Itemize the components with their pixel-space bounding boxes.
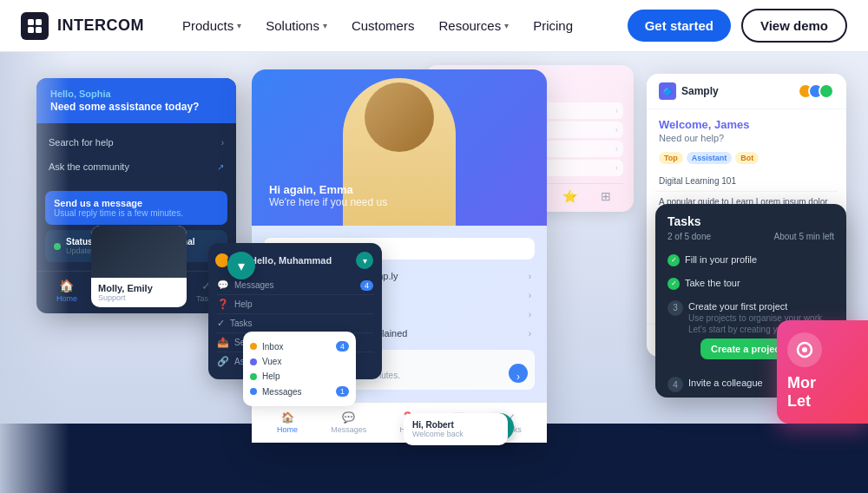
task-0-check-icon: ✓	[667, 254, 680, 266]
send-msg-title: Send us a message	[54, 198, 219, 208]
task-2-num: 3	[667, 300, 683, 316]
tag-row: Top Assistant Bot	[647, 152, 846, 171]
panel-small-inbox: Inbox 4 Vuex Help Messages 1	[243, 332, 356, 406]
tag-bot: Bot	[735, 152, 759, 164]
pink-logo-icon	[787, 332, 822, 367]
person-sub: Support	[98, 293, 180, 302]
star-bottom-icon[interactable]: ⭐	[562, 189, 577, 203]
welcome-section: Welcome, James Need our help?	[647, 109, 846, 152]
bubble-messages-icon: 💬	[217, 279, 229, 291]
inbox-label-0: Inbox	[262, 342, 283, 352]
float-button-down[interactable]: ▾	[227, 252, 255, 279]
hero-section: Hello, Sophia Need some assistance today…	[0, 52, 868, 493]
task-0-text: Fill in your profile	[685, 253, 757, 266]
inbox-badge-0: 4	[336, 341, 349, 352]
task-1-check-icon: ✓	[667, 278, 680, 290]
svg-point-5	[802, 347, 807, 352]
center-tab-home[interactable]: 🏠 Home	[277, 411, 298, 434]
person-name: Molly, Emily	[98, 283, 180, 293]
list-arrow-1-icon: ›	[529, 291, 531, 300]
qa-gs-arrow-icon: ›	[615, 144, 618, 154]
list-arrow-2-icon: ›	[529, 310, 531, 319]
bubble-down-button[interactable]: ▾	[356, 252, 373, 269]
solutions-chevron-icon: ▾	[323, 21, 327, 30]
pink-morning-text: Mor Let	[787, 374, 858, 411]
person-image	[91, 226, 187, 278]
mockup-container: Hello, Sophia Need some assistance today…	[0, 52, 868, 493]
bubble-community-icon: 🔗	[217, 356, 229, 367]
svg-rect-3	[36, 27, 42, 33]
bubble-tasks-item[interactable]: ✓ Tasks	[217, 314, 373, 333]
center-tab-messages[interactable]: 💬 Messages	[331, 411, 366, 434]
inbox-dot-2-icon	[250, 373, 257, 380]
nav-item-products[interactable]: Products ▾	[172, 11, 252, 40]
tasks-header: Tasks 2 of 5 done About 5 min left	[655, 204, 846, 248]
logo[interactable]: INTERCOM	[21, 12, 144, 40]
grid-bottom-icon[interactable]: ⊞	[601, 189, 611, 203]
bubble-send-icon: 📤	[217, 337, 229, 348]
nav-item-pricing[interactable]: Pricing	[523, 11, 583, 40]
inbox-item-2[interactable]: Help	[250, 369, 349, 384]
bubble-name: Hello, Muhammad	[250, 255, 332, 266]
products-chevron-icon: ▾	[237, 21, 241, 30]
center-send-button[interactable]: ›	[509, 364, 528, 383]
task-2-text: Create your first project	[688, 300, 834, 312]
logo-text: INTERCOM	[57, 16, 144, 35]
robert-name: Hi, Robert	[412, 420, 499, 430]
nav-item-solutions[interactable]: Solutions ▾	[255, 11, 338, 40]
greeting-need: Need some assistance today?	[50, 101, 222, 113]
greeting-hello: Hello, Sophia	[50, 89, 222, 99]
bubble-messages-label: Messages	[234, 280, 274, 290]
overlay-hi: Hi again, Emma	[269, 183, 529, 196]
inbox-item-3[interactable]: Messages 1	[250, 384, 349, 399]
hero-image: Hi again, Emma We're here if you need us	[252, 69, 547, 226]
menu-items: Search for help › Ask the community ↗	[36, 123, 236, 186]
home-icon: 🏠	[59, 279, 74, 293]
navbar: INTERCOM Products ▾ Solutions ▾ Customer…	[0, 0, 868, 52]
qa-search-arrow-icon: ›	[615, 125, 618, 135]
task-0: ✓ Fill in your profile	[655, 248, 846, 272]
center-home-icon: 🏠	[281, 411, 294, 424]
list-arrow-0-icon: ›	[529, 272, 531, 281]
panel-small-robert: Hi, Robert Welcome back	[404, 413, 508, 445]
bubble-tasks-label: Tasks	[230, 319, 253, 328]
inbox-label-2: Help	[262, 371, 280, 381]
nav-links: Products ▾ Solutions ▾ Customers Resourc…	[172, 11, 583, 40]
svg-rect-0	[28, 19, 34, 25]
resources-chevron-icon: ▾	[504, 21, 509, 30]
center-messages-icon: 💬	[342, 411, 355, 424]
chat-company-name: Samply	[681, 85, 719, 97]
overlay-sub: We're here if you need us	[269, 196, 529, 208]
status-dot-icon	[54, 243, 61, 250]
robert-sub: Welcome back	[412, 430, 499, 438]
inbox-item-0[interactable]: Inbox 4	[250, 339, 349, 354]
nav-item-resources[interactable]: Resources ▾	[428, 11, 519, 40]
tag-top: Top	[659, 152, 683, 164]
get-started-button[interactable]: Get started	[628, 10, 731, 42]
inbox-badge-3: 1	[336, 386, 349, 397]
inbox-label-1: Vuex	[262, 357, 281, 366]
view-demo-button[interactable]: View demo	[741, 9, 847, 43]
greeting-bar: Hello, Sophia Need some assistance today…	[36, 78, 236, 123]
menu-item-search[interactable]: Search for help ›	[36, 130, 236, 154]
tasks-done-count: 2 of 5 done	[667, 232, 711, 241]
tag-assistant: Assistant	[687, 152, 733, 164]
bubble-help[interactable]: ❓ Help	[217, 295, 373, 314]
task-3-num: 4	[667, 377, 683, 392]
inbox-item-1[interactable]: Vuex	[250, 354, 349, 369]
task-3-text: Invite a colleague	[688, 377, 763, 389]
send-message-block[interactable]: Send us a message Usual reply time is a …	[45, 191, 227, 225]
bubble-help-label: Help	[234, 299, 253, 309]
tab-home[interactable]: 🏠 Home	[56, 279, 77, 303]
search-arrow-icon: ›	[221, 138, 224, 148]
inbox-dot-3-icon	[250, 388, 257, 395]
chat-avatars	[803, 83, 834, 99]
panel-person: Molly, Emily Support	[91, 226, 187, 307]
task-1: ✓ Take the tour	[655, 272, 846, 295]
task-1-text: Take the tour	[685, 277, 740, 289]
chat-logo-small: 🔷	[659, 82, 676, 100]
avatar-3	[819, 83, 834, 99]
article-0[interactable]: Digital Learning 101	[655, 171, 838, 192]
menu-item-community[interactable]: Ask the community ↗	[36, 154, 236, 179]
nav-item-customers[interactable]: Customers	[341, 11, 425, 40]
